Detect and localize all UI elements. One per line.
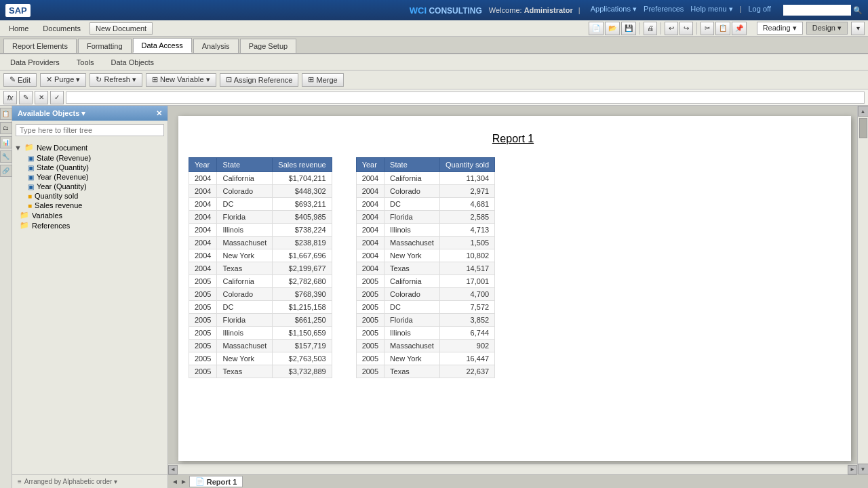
- table-cell: Massachuset: [384, 340, 440, 352]
- table-row: 2004California11,304: [356, 172, 495, 185]
- table-cell: New York: [384, 249, 440, 262]
- table-cell: $1,704,211: [273, 172, 332, 185]
- scroll-down-arrow[interactable]: ▼: [858, 464, 869, 474]
- new-variable-btn[interactable]: ⊞ New Variable ▾: [146, 73, 216, 87]
- sidebar-close-btn[interactable]: ✕: [156, 109, 162, 118]
- table-row: 2004Massachuset$238,819: [189, 237, 332, 249]
- tree-item-sales-revenue[interactable]: ■ Sales revenue: [14, 201, 165, 210]
- purge-btn[interactable]: ✕ Purge ▾: [40, 73, 86, 87]
- report-title: Report 1: [189, 133, 837, 145]
- tree-item-year-quantity[interactable]: ▣ Year (Quantity): [14, 182, 165, 191]
- bottom-tab-report1[interactable]: 📄 Report 1: [189, 476, 243, 487]
- tab-report-elements[interactable]: Report Elements: [3, 39, 77, 53]
- print-btn[interactable]: 🖨: [644, 22, 657, 35]
- table-cell: 16,447: [439, 352, 494, 365]
- sidebar-tools-strip: 📋 🗂 📊 🔧 🔗: [0, 106, 12, 488]
- report-page: Report 1 Year State Sales revenue 2004C: [178, 116, 851, 461]
- table-row: 2004Texas14,517: [356, 262, 495, 275]
- subtabs-bar: Data Providers Tools Data Objects: [0, 54, 868, 70]
- logoff-link[interactable]: Log off: [748, 5, 770, 16]
- table-cell: 2004: [189, 198, 217, 211]
- table-cell: 2,971: [439, 185, 494, 198]
- sidebar-footer[interactable]: ≡ Arranged by Alphabetic order ▾: [12, 474, 167, 488]
- sales-revenue-table: Year State Sales revenue 2004California$…: [189, 157, 332, 378]
- tree-item-quantity-sold[interactable]: ■ Quantity sold: [14, 191, 165, 201]
- table-row: 2004Illinois$738,224: [189, 224, 332, 237]
- search-icon[interactable]: 🔍: [853, 6, 863, 14]
- new-btn[interactable]: 📄: [589, 22, 604, 35]
- quantity-sold-table: Year State Quantity sold 2004California1…: [356, 157, 496, 378]
- tab-analysis[interactable]: Analysis: [193, 39, 239, 53]
- nav-right-icon[interactable]: ►: [180, 478, 187, 485]
- table-cell: California: [217, 172, 273, 185]
- table-cell: 2005: [189, 314, 217, 327]
- tree-item-state-revenue[interactable]: ▣ State (Revenue): [14, 153, 165, 163]
- tab-formatting[interactable]: Formatting: [78, 39, 132, 53]
- merge-btn[interactable]: ⊞ Merge: [302, 73, 343, 87]
- tree-root-new-document[interactable]: ▼ 📁 New Document: [14, 142, 165, 153]
- scroll-left-arrow[interactable]: ◄: [168, 465, 178, 474]
- formula-bar: fx ✎ ✕ ✓: [0, 89, 868, 106]
- sidebar-tool-3[interactable]: 📊: [0, 136, 12, 148]
- help-menu[interactable]: Help menu ▾: [690, 5, 732, 16]
- tab-data-access[interactable]: Data Access: [133, 38, 192, 53]
- table-row: 2005DC$1,215,158: [189, 301, 332, 314]
- sidebar-tool-5[interactable]: 🔗: [0, 165, 12, 177]
- table-row: 2005New York$2,763,503: [189, 352, 332, 365]
- refresh-btn[interactable]: ↻ Refresh ▾: [90, 73, 142, 87]
- dim-icon-2: ▣: [28, 164, 34, 171]
- table-cell: California: [384, 275, 440, 288]
- sidebar-tool-4[interactable]: 🔧: [0, 150, 12, 163]
- tree-item-year-revenue[interactable]: ▣ Year (Revenue): [14, 172, 165, 182]
- more-options-btn[interactable]: ▾: [851, 22, 865, 35]
- cut-btn[interactable]: ✂: [701, 22, 714, 35]
- formula-ok-btn[interactable]: ✓: [50, 91, 64, 104]
- table-row: 2005Illinois$1,150,659: [189, 327, 332, 340]
- menubar: Home Documents New Document 📄 📂 💾 🖨 ↩ ↪ …: [0, 20, 868, 37]
- subtab-data-objects[interactable]: Data Objects: [104, 57, 161, 68]
- sidebar-header: Available Objects ▾ ✕: [12, 106, 167, 121]
- menu-documents[interactable]: Documents: [37, 23, 86, 34]
- design-toggle[interactable]: Design ▾: [806, 22, 848, 35]
- tree-item-references[interactable]: 📁 References: [14, 220, 165, 230]
- subtab-tools[interactable]: Tools: [70, 57, 101, 68]
- tab-page-setup[interactable]: Page Setup: [240, 39, 297, 53]
- menu-home[interactable]: Home: [3, 23, 34, 34]
- reading-toggle[interactable]: Reading ▾: [757, 22, 803, 35]
- paste-btn[interactable]: 📌: [732, 22, 747, 35]
- formula-input[interactable]: [66, 92, 865, 104]
- redo-btn[interactable]: ↪: [679, 22, 693, 35]
- tree-item-variables[interactable]: 📁 Variables: [14, 210, 165, 220]
- scroll-right-arrow[interactable]: ►: [848, 465, 857, 474]
- formula-cancel-btn[interactable]: ✕: [35, 91, 48, 104]
- table-row: 2004Colorado$448,302: [189, 185, 332, 198]
- assign-reference-btn[interactable]: ⊡ Assign Reference: [220, 73, 299, 87]
- table-cell: 2004: [356, 211, 384, 224]
- scroll-up-arrow[interactable]: ▲: [858, 106, 869, 117]
- tree-item-state-quantity[interactable]: ▣ State (Quantity): [14, 163, 165, 172]
- menu-new-document[interactable]: New Document: [90, 22, 153, 35]
- welcome-label: Welcome:: [489, 6, 522, 14]
- sidebar-tool-1[interactable]: 📋: [0, 108, 12, 120]
- copy-btn[interactable]: 📋: [715, 22, 730, 35]
- table-cell: 22,637: [439, 365, 494, 378]
- table-cell: Colorado: [217, 288, 273, 301]
- sidebar-tool-2[interactable]: 🗂: [0, 122, 12, 134]
- right-scrollbar[interactable]: ▲ ▼: [857, 106, 868, 474]
- tabs-bar: Report Elements Formatting Data Access A…: [0, 37, 868, 54]
- undo-btn[interactable]: ↩: [665, 22, 678, 35]
- search-input-top[interactable]: [783, 5, 851, 16]
- subtab-data-providers[interactable]: Data Providers: [3, 57, 66, 68]
- nav-left-icon[interactable]: ◄: [172, 478, 178, 485]
- applications-menu[interactable]: Applications ▾: [591, 5, 637, 16]
- save-btn[interactable]: 💾: [621, 22, 636, 35]
- sidebar-filter-input[interactable]: [16, 124, 164, 136]
- formula-pencil-btn[interactable]: ✎: [19, 91, 33, 104]
- preferences-link[interactable]: Preferences: [644, 5, 684, 16]
- bottom-scrollbar[interactable]: ◄ ►: [168, 464, 857, 474]
- table-cell: 2005: [189, 340, 217, 352]
- formula-fx-btn[interactable]: fx: [3, 91, 17, 104]
- open-btn[interactable]: 📂: [605, 22, 620, 35]
- table-row: 2004New York$1,667,696: [189, 249, 332, 262]
- edit-btn[interactable]: ✎ Edit: [3, 73, 37, 87]
